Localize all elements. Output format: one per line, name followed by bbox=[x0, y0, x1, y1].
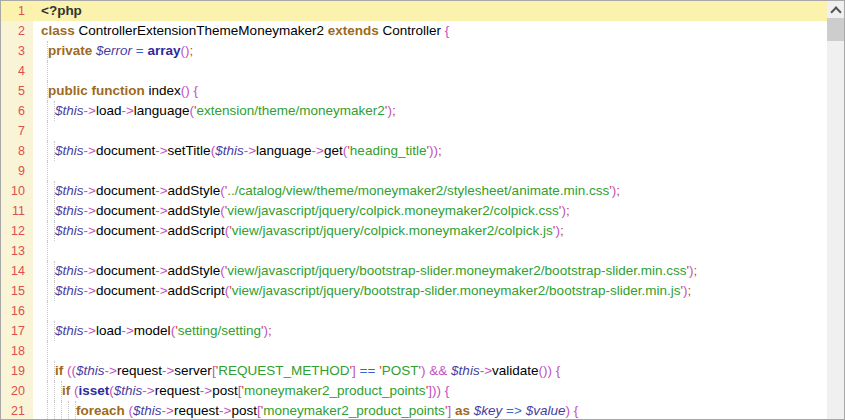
indent-guide bbox=[62, 401, 69, 420]
line-number: 21 bbox=[1, 401, 33, 420]
code-text: <?php bbox=[33, 1, 827, 21]
token-var: $value bbox=[526, 403, 566, 418]
token-opm: -> bbox=[84, 263, 96, 278]
code-text: $this->document->addScript('view/javascr… bbox=[33, 221, 827, 241]
token-br: () bbox=[181, 83, 190, 98]
token-id: Controller bbox=[379, 23, 445, 38]
token-id: server bbox=[174, 363, 212, 378]
indent-guide bbox=[41, 381, 48, 401]
token-id: post bbox=[212, 383, 238, 398]
code-line: 17$this->load->model('setting/setting'); bbox=[1, 321, 827, 341]
token-var: $this bbox=[55, 283, 84, 298]
indent-guide bbox=[41, 261, 48, 281]
token-opm: -> bbox=[244, 143, 256, 158]
token-var: $this bbox=[55, 323, 84, 338]
indent-guide bbox=[48, 361, 55, 381]
line-number: 4 bbox=[1, 61, 33, 81]
token-br: ()) bbox=[539, 363, 553, 378]
token-br: { bbox=[445, 383, 450, 398]
code-text: $this->load->language('extension/theme/m… bbox=[33, 101, 827, 121]
code-line: 4 bbox=[1, 61, 827, 81]
indent-guide bbox=[69, 401, 76, 420]
token-var: $this bbox=[55, 203, 84, 218]
token-sc: ; bbox=[566, 203, 570, 218]
code-text: if (($this->request->server['REQUEST_MET… bbox=[33, 361, 827, 381]
token-opb: == bbox=[360, 363, 376, 378]
token-sc: ; bbox=[190, 43, 194, 58]
token-id: load bbox=[96, 103, 122, 118]
token-opm: -> bbox=[105, 363, 117, 378]
line-number: 19 bbox=[1, 361, 33, 381]
token-id: index bbox=[145, 83, 181, 98]
line-number: 20 bbox=[1, 381, 33, 401]
token-str: view/javascript/jquery/bootstrap-slider.… bbox=[232, 283, 681, 298]
token-id: document bbox=[96, 263, 155, 278]
token-id: setTitle bbox=[168, 143, 211, 158]
token-id: validate bbox=[492, 363, 539, 378]
scroll-up-button[interactable] bbox=[827, 1, 844, 18]
token-id: request bbox=[155, 383, 200, 398]
token-kw: if bbox=[62, 383, 70, 398]
token-sc: ; bbox=[268, 323, 272, 338]
code-text bbox=[33, 301, 827, 321]
indent-guide bbox=[48, 141, 55, 161]
indent-guide bbox=[41, 341, 48, 361]
token-sc: ; bbox=[694, 263, 698, 278]
token-id: addStyle bbox=[168, 203, 221, 218]
token-kw: as bbox=[455, 403, 470, 418]
token-var: $this bbox=[55, 263, 84, 278]
code-text: $this->document->addStyle('view/javascri… bbox=[33, 201, 827, 221]
token-br: )) bbox=[429, 143, 438, 158]
token-fn: array bbox=[147, 43, 180, 58]
token-id: addStyle bbox=[168, 263, 221, 278]
token-id: addScript bbox=[168, 283, 225, 298]
token-var: $this bbox=[76, 363, 105, 378]
token-id: load bbox=[96, 323, 122, 338]
token-id: ControllerExtensionThemeMoneymaker2 bbox=[75, 23, 328, 38]
token-kw: public function bbox=[48, 83, 145, 98]
scrollbar-track[interactable] bbox=[827, 41, 844, 419]
line-number: 6 bbox=[1, 101, 33, 121]
token-opm: -> bbox=[162, 363, 174, 378]
code-line: 15$this->document->addScript('view/javas… bbox=[1, 281, 827, 301]
indent-guide bbox=[41, 41, 48, 61]
indent-guide bbox=[41, 121, 48, 141]
code-text: $this->load->model('setting/setting'); bbox=[33, 321, 827, 341]
code-line: 21foreach ($this->request->post['moneyma… bbox=[1, 401, 827, 420]
token-sc: ; bbox=[616, 183, 620, 198]
indent-guide bbox=[41, 361, 48, 381]
indent-guide bbox=[48, 181, 55, 201]
vertical-scrollbar[interactable] bbox=[827, 1, 844, 419]
token-str: moneymaker2_product_points bbox=[263, 403, 445, 418]
indent-guide bbox=[41, 61, 48, 81]
token-kw: class bbox=[41, 23, 75, 38]
code-line: 2class ControllerExtensionThemeMoneymake… bbox=[1, 21, 827, 41]
token-opb: = bbox=[136, 43, 144, 58]
token-id: document bbox=[96, 223, 155, 238]
code-line: 18 bbox=[1, 341, 827, 361]
scrollbar-thumb[interactable] bbox=[827, 18, 844, 41]
line-number: 15 bbox=[1, 281, 33, 301]
indent-guide bbox=[48, 261, 55, 281]
token-br: { bbox=[556, 363, 561, 378]
token-str: moneymaker2_product_points bbox=[244, 383, 426, 398]
token-opm: -> bbox=[155, 263, 167, 278]
token-kw: extends bbox=[328, 23, 379, 38]
token-opm: -> bbox=[155, 183, 167, 198]
token-id: document bbox=[96, 183, 155, 198]
code-viewer-window: 1<?php2class ControllerExtensionThemeMon… bbox=[0, 0, 845, 420]
line-number: 12 bbox=[1, 221, 33, 241]
line-number: 2 bbox=[1, 21, 33, 41]
token-br: { bbox=[194, 83, 199, 98]
code-text: $this->document->addScript('view/javascr… bbox=[33, 281, 827, 301]
token-var: $error bbox=[96, 43, 132, 58]
line-number: 1 bbox=[1, 1, 33, 21]
token-br: () bbox=[181, 43, 190, 58]
token-var: $this bbox=[114, 383, 143, 398]
token-sc: ; bbox=[438, 143, 442, 158]
token-str: REQUEST_METHOD bbox=[218, 363, 349, 378]
token-opm: -> bbox=[312, 143, 324, 158]
code-lines: 1<?php2class ControllerExtensionThemeMon… bbox=[1, 1, 827, 419]
code-text bbox=[33, 161, 827, 181]
token-kw: foreach bbox=[76, 403, 125, 418]
